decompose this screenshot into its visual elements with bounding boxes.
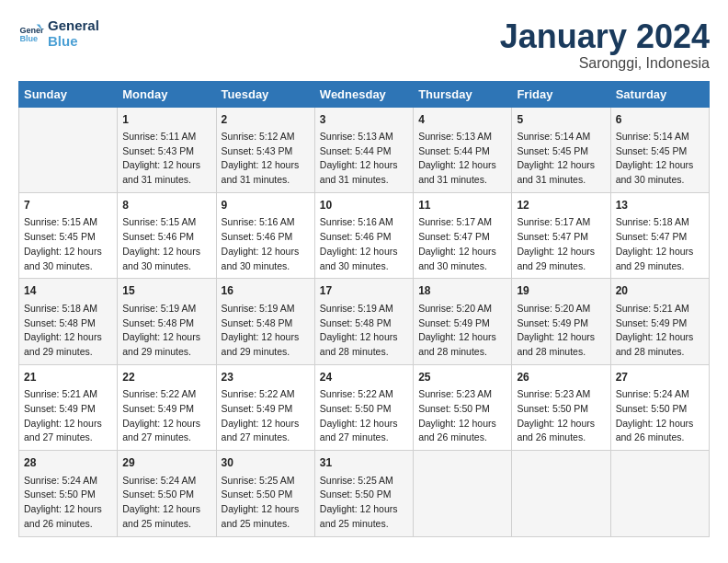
col-header-wednesday: Wednesday — [314, 81, 413, 107]
calendar-cell: 30Sunrise: 5:25 AM Sunset: 5:50 PM Dayli… — [216, 451, 314, 536]
col-header-tuesday: Tuesday — [216, 81, 314, 107]
day-number: 19 — [517, 283, 605, 299]
page-header: General Blue General Blue January 2024 S… — [18, 18, 710, 72]
day-info: Sunrise: 5:14 AM Sunset: 5:45 PM Dayligh… — [616, 130, 704, 188]
day-number: 25 — [418, 370, 506, 385]
day-info: Sunrise: 5:15 AM Sunset: 5:46 PM Dayligh… — [122, 215, 210, 273]
svg-text:Blue: Blue — [19, 34, 38, 43]
calendar-cell: 20Sunrise: 5:21 AM Sunset: 5:49 PM Dayli… — [610, 279, 709, 364]
logo-icon: General Blue — [18, 21, 44, 47]
day-info: Sunrise: 5:22 AM Sunset: 5:49 PM Dayligh… — [122, 387, 210, 445]
calendar-cell — [19, 107, 118, 192]
day-info: Sunrise: 5:16 AM Sunset: 5:46 PM Dayligh… — [320, 215, 408, 273]
day-info: Sunrise: 5:16 AM Sunset: 5:46 PM Dayligh… — [222, 215, 310, 273]
day-info: Sunrise: 5:21 AM Sunset: 5:49 PM Dayligh… — [616, 302, 704, 360]
calendar-cell: 6Sunrise: 5:14 AM Sunset: 5:45 PM Daylig… — [610, 107, 709, 192]
day-number: 23 — [222, 370, 310, 385]
day-number: 30 — [222, 455, 310, 471]
day-number: 2 — [222, 112, 310, 128]
col-header-friday: Friday — [512, 81, 610, 107]
day-number: 17 — [320, 283, 408, 299]
calendar-cell: 18Sunrise: 5:20 AM Sunset: 5:49 PM Dayli… — [414, 279, 512, 364]
logo: General Blue General Blue — [18, 18, 99, 49]
day-number: 21 — [24, 370, 112, 385]
calendar-cell: 19Sunrise: 5:20 AM Sunset: 5:49 PM Dayli… — [512, 279, 610, 364]
week-row-5: 28Sunrise: 5:24 AM Sunset: 5:50 PM Dayli… — [19, 451, 710, 536]
day-number: 10 — [320, 198, 408, 213]
calendar-cell: 27Sunrise: 5:24 AM Sunset: 5:50 PM Dayli… — [610, 364, 709, 450]
page-title: January 2024 — [500, 18, 710, 55]
day-number: 6 — [616, 112, 704, 128]
calendar-cell: 23Sunrise: 5:22 AM Sunset: 5:49 PM Dayli… — [216, 364, 314, 450]
day-info: Sunrise: 5:13 AM Sunset: 5:44 PM Dayligh… — [320, 130, 408, 188]
col-header-thursday: Thursday — [414, 81, 512, 107]
day-info: Sunrise: 5:11 AM Sunset: 5:43 PM Dayligh… — [122, 130, 210, 188]
day-info: Sunrise: 5:14 AM Sunset: 5:45 PM Dayligh… — [517, 130, 605, 188]
day-info: Sunrise: 5:22 AM Sunset: 5:50 PM Dayligh… — [320, 387, 408, 445]
day-info: Sunrise: 5:25 AM Sunset: 5:50 PM Dayligh… — [320, 474, 408, 532]
week-row-1: 1Sunrise: 5:11 AM Sunset: 5:43 PM Daylig… — [19, 107, 710, 192]
col-header-monday: Monday — [118, 81, 216, 107]
day-number: 4 — [418, 112, 506, 128]
day-info: Sunrise: 5:25 AM Sunset: 5:50 PM Dayligh… — [222, 474, 310, 532]
calendar-cell: 26Sunrise: 5:23 AM Sunset: 5:50 PM Dayli… — [512, 364, 610, 450]
calendar-cell: 3Sunrise: 5:13 AM Sunset: 5:44 PM Daylig… — [314, 107, 413, 192]
week-row-2: 7Sunrise: 5:15 AM Sunset: 5:45 PM Daylig… — [19, 192, 710, 278]
logo-blue-text: Blue — [48, 34, 99, 50]
day-info: Sunrise: 5:24 AM Sunset: 5:50 PM Dayligh… — [616, 387, 704, 445]
day-info: Sunrise: 5:22 AM Sunset: 5:49 PM Dayligh… — [222, 387, 310, 445]
calendar-cell: 4Sunrise: 5:13 AM Sunset: 5:44 PM Daylig… — [414, 107, 512, 192]
logo-general-text: General — [48, 18, 99, 34]
calendar-cell: 7Sunrise: 5:15 AM Sunset: 5:45 PM Daylig… — [19, 192, 118, 278]
day-number: 13 — [616, 198, 704, 213]
day-info: Sunrise: 5:15 AM Sunset: 5:45 PM Dayligh… — [24, 215, 112, 273]
week-row-4: 21Sunrise: 5:21 AM Sunset: 5:49 PM Dayli… — [19, 364, 710, 450]
day-number: 3 — [320, 112, 408, 128]
day-info: Sunrise: 5:24 AM Sunset: 5:50 PM Dayligh… — [24, 474, 112, 532]
calendar-cell: 10Sunrise: 5:16 AM Sunset: 5:46 PM Dayli… — [314, 192, 413, 278]
calendar-cell: 21Sunrise: 5:21 AM Sunset: 5:49 PM Dayli… — [19, 364, 118, 450]
day-number: 14 — [24, 283, 112, 299]
day-number: 5 — [517, 112, 605, 128]
calendar-cell — [512, 451, 610, 536]
day-number: 7 — [24, 198, 112, 213]
calendar-cell: 16Sunrise: 5:19 AM Sunset: 5:48 PM Dayli… — [216, 279, 314, 364]
day-number: 12 — [517, 198, 605, 213]
calendar-cell — [610, 451, 709, 536]
day-number: 29 — [122, 455, 210, 471]
day-info: Sunrise: 5:20 AM Sunset: 5:49 PM Dayligh… — [517, 302, 605, 360]
calendar-cell: 17Sunrise: 5:19 AM Sunset: 5:48 PM Dayli… — [314, 279, 413, 364]
day-info: Sunrise: 5:12 AM Sunset: 5:43 PM Dayligh… — [222, 130, 310, 188]
day-info: Sunrise: 5:21 AM Sunset: 5:49 PM Dayligh… — [24, 387, 112, 445]
day-number: 16 — [222, 283, 310, 299]
day-info: Sunrise: 5:17 AM Sunset: 5:47 PM Dayligh… — [517, 215, 605, 273]
day-number: 26 — [517, 370, 605, 385]
day-number: 22 — [122, 370, 210, 385]
day-info: Sunrise: 5:19 AM Sunset: 5:48 PM Dayligh… — [320, 302, 408, 360]
calendar-header-row: SundayMondayTuesdayWednesdayThursdayFrid… — [19, 81, 710, 107]
day-number: 28 — [24, 455, 112, 471]
day-number: 1 — [122, 112, 210, 128]
day-info: Sunrise: 5:18 AM Sunset: 5:47 PM Dayligh… — [616, 215, 704, 273]
day-info: Sunrise: 5:17 AM Sunset: 5:47 PM Dayligh… — [418, 215, 506, 273]
day-info: Sunrise: 5:13 AM Sunset: 5:44 PM Dayligh… — [418, 130, 506, 188]
day-number: 31 — [320, 455, 408, 471]
day-info: Sunrise: 5:18 AM Sunset: 5:48 PM Dayligh… — [24, 302, 112, 360]
calendar-cell: 14Sunrise: 5:18 AM Sunset: 5:48 PM Dayli… — [19, 279, 118, 364]
day-number: 24 — [320, 370, 408, 385]
calendar-table: SundayMondayTuesdayWednesdayThursdayFrid… — [18, 81, 710, 537]
day-number: 8 — [122, 198, 210, 213]
day-number: 15 — [122, 283, 210, 299]
calendar-cell: 8Sunrise: 5:15 AM Sunset: 5:46 PM Daylig… — [118, 192, 216, 278]
calendar-cell: 2Sunrise: 5:12 AM Sunset: 5:43 PM Daylig… — [216, 107, 314, 192]
day-number: 27 — [616, 370, 704, 385]
day-info: Sunrise: 5:19 AM Sunset: 5:48 PM Dayligh… — [122, 302, 210, 360]
title-area: January 2024 Saronggi, Indonesia — [500, 18, 710, 72]
calendar-cell: 29Sunrise: 5:24 AM Sunset: 5:50 PM Dayli… — [118, 451, 216, 536]
day-info: Sunrise: 5:20 AM Sunset: 5:49 PM Dayligh… — [418, 302, 506, 360]
calendar-cell: 11Sunrise: 5:17 AM Sunset: 5:47 PM Dayli… — [414, 192, 512, 278]
calendar-cell: 28Sunrise: 5:24 AM Sunset: 5:50 PM Dayli… — [19, 451, 118, 536]
day-info: Sunrise: 5:19 AM Sunset: 5:48 PM Dayligh… — [222, 302, 310, 360]
calendar-cell: 15Sunrise: 5:19 AM Sunset: 5:48 PM Dayli… — [118, 279, 216, 364]
calendar-cell: 5Sunrise: 5:14 AM Sunset: 5:45 PM Daylig… — [512, 107, 610, 192]
